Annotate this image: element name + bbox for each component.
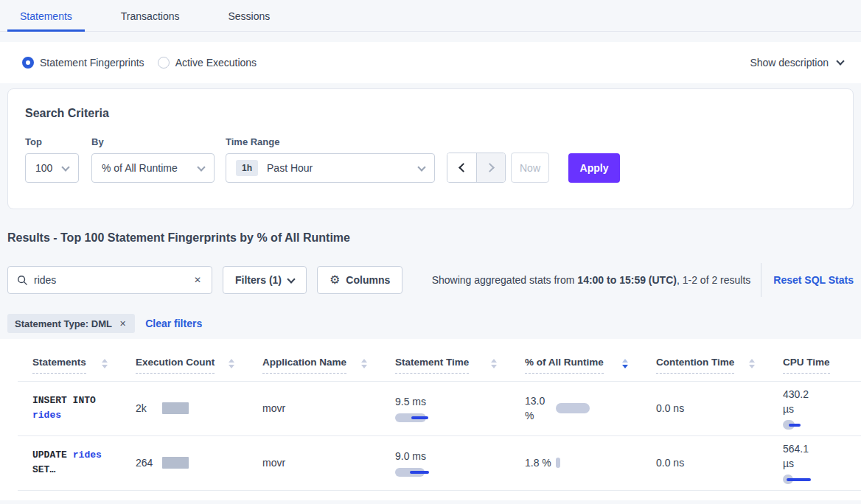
tab-bar: Statements Transactions Sessions (0, 0, 861, 32)
by-select-value: % of All Runtime (102, 162, 178, 174)
time-range-badge: 1h (236, 160, 258, 176)
radio-label: Statement Fingerprints (40, 57, 144, 69)
pct-runtime-bar (556, 403, 590, 413)
radio-statement-fingerprints[interactable]: Statement Fingerprints (22, 57, 144, 69)
chevron-down-icon (836, 57, 844, 65)
tab-sessions[interactable]: Sessions (215, 1, 282, 32)
statement-time-cell: 9.5 ms (380, 381, 510, 435)
cpu-time-cell: 430.2 µs (768, 381, 861, 435)
next-time-button[interactable] (476, 153, 505, 182)
filter-chip-statement-type[interactable]: Statement Type: DML ✕ (7, 314, 135, 333)
table-row: UPDATErides SET… 264 movr 9.0 ms 1.8 % (18, 435, 861, 490)
gear-icon: ⚙ (330, 274, 340, 286)
filter-chip-row: Statement Type: DML ✕ Clear filters (7, 314, 861, 333)
search-input[interactable] (34, 274, 192, 286)
chevron-down-icon (287, 275, 295, 283)
results-controls: ✕ Filters (1) ⚙ Columns Showing aggregat… (7, 265, 854, 295)
statement-time-bar (395, 468, 429, 477)
clear-search-icon[interactable]: ✕ (192, 273, 203, 287)
by-label: By (91, 136, 226, 147)
tab-transactions[interactable]: Transactions (108, 1, 192, 32)
top-label: Top (25, 136, 79, 147)
statement-time-cell: 9.0 ms (380, 435, 510, 490)
radio-label: Active Executions (175, 57, 257, 69)
sort-icon[interactable] (102, 359, 108, 368)
application-name-cell: movr (248, 435, 380, 490)
search-icon (17, 275, 27, 285)
time-range-label: Time Range (226, 136, 447, 147)
time-range-select[interactable]: 1h Past Hour (226, 153, 435, 183)
columns-label: Columns (346, 274, 390, 286)
sort-icon[interactable] (491, 359, 497, 368)
pct-runtime-cell: 1.8 % (510, 435, 641, 490)
column-header-statements[interactable]: Statements (18, 339, 121, 381)
sort-icon-active[interactable] (622, 359, 628, 368)
column-header-contention-time[interactable]: Contention Time (641, 339, 768, 381)
time-nav-group (447, 153, 506, 183)
search-criteria-panel: Search Criteria Top 100 By % of All Runt… (7, 88, 854, 209)
column-header-application-name[interactable]: Application Name (248, 339, 380, 381)
application-name-cell: movr (248, 381, 380, 435)
tab-statements[interactable]: Statements (7, 1, 85, 32)
panel-title: Search Criteria (25, 107, 836, 120)
column-header-execution-count[interactable]: Execution Count (121, 339, 248, 381)
filters-button[interactable]: Filters (1) (223, 266, 307, 294)
sort-icon[interactable] (361, 359, 367, 368)
top-select-value: 100 (35, 162, 52, 174)
radio-selected-icon (22, 57, 34, 69)
statement-cell[interactable]: INSERT INTO rides (18, 381, 121, 435)
table-row: INSERT INTO rides 2k movr 9.5 ms 13.0% (18, 381, 861, 435)
clear-filters-link[interactable]: Clear filters (145, 318, 202, 329)
prev-time-button[interactable] (447, 153, 476, 182)
top-select[interactable]: 100 (25, 153, 79, 183)
statements-table-section: Statements Execution Count Application N… (0, 339, 861, 500)
filter-chip-label: Statement Type: DML (15, 318, 112, 329)
execution-count-cell: 264 (121, 435, 248, 490)
sort-icon[interactable] (749, 359, 755, 368)
statement-link[interactable]: rides (73, 449, 102, 461)
chevron-left-icon (459, 163, 468, 172)
reset-sql-stats-link[interactable]: Reset SQL Stats (773, 274, 854, 286)
cpu-time-bar (783, 475, 811, 484)
aggregated-stats-text: Showing aggregated stats from 14:00 to 1… (432, 274, 751, 286)
chevron-right-icon (485, 163, 495, 172)
sql-activity-page: Statements Transactions Sessions Stateme… (0, 0, 861, 500)
columns-button[interactable]: ⚙ Columns (317, 266, 402, 294)
table-header-row: Statements Execution Count Application N… (18, 339, 861, 381)
count-bar (162, 457, 189, 469)
apply-button[interactable]: Apply (568, 153, 620, 183)
now-button[interactable]: Now (511, 153, 549, 183)
execution-count-cell: 2k (121, 381, 248, 435)
pct-runtime-cell: 13.0% (510, 381, 641, 435)
time-range-value: Past Hour (267, 162, 313, 174)
contention-time-cell: 0.0 ns (641, 381, 768, 435)
column-header-statement-time[interactable]: Statement Time (380, 339, 510, 381)
cpu-time-cell: 564.1 µs (768, 435, 861, 490)
pct-runtime-bar (556, 458, 560, 468)
column-header-cpu-time[interactable]: CPU Time (768, 339, 861, 381)
statement-search-box[interactable]: ✕ (7, 266, 212, 294)
chevron-down-icon (61, 163, 69, 171)
results-heading: Results - Top 100 Statement Fingerprints… (7, 231, 861, 246)
statements-table: Statements Execution Count Application N… (18, 339, 861, 491)
by-select[interactable]: % of All Runtime (91, 153, 215, 183)
cpu-time-bar (783, 420, 801, 430)
divider (761, 263, 761, 297)
chevron-down-icon (417, 163, 425, 171)
count-bar (162, 402, 189, 414)
radio-unselected-icon (158, 57, 170, 69)
statement-time-bar (395, 413, 428, 422)
statement-link[interactable]: rides (32, 410, 61, 421)
column-header-pct-all-runtime[interactable]: % of All Runtime (510, 339, 641, 381)
view-toggle-bar: Statement Fingerprints Active Executions… (0, 42, 861, 83)
close-icon[interactable]: ✕ (118, 318, 128, 330)
contention-time-cell: 0.0 ns (641, 435, 768, 490)
filters-label: Filters (1) (235, 274, 282, 286)
show-description-label: Show description (750, 57, 829, 69)
statement-cell[interactable]: UPDATErides SET… (18, 435, 121, 490)
chevron-down-icon (197, 163, 205, 171)
show-description-toggle[interactable]: Show description (750, 57, 843, 69)
radio-active-executions[interactable]: Active Executions (158, 57, 257, 69)
sort-icon[interactable] (229, 359, 234, 368)
